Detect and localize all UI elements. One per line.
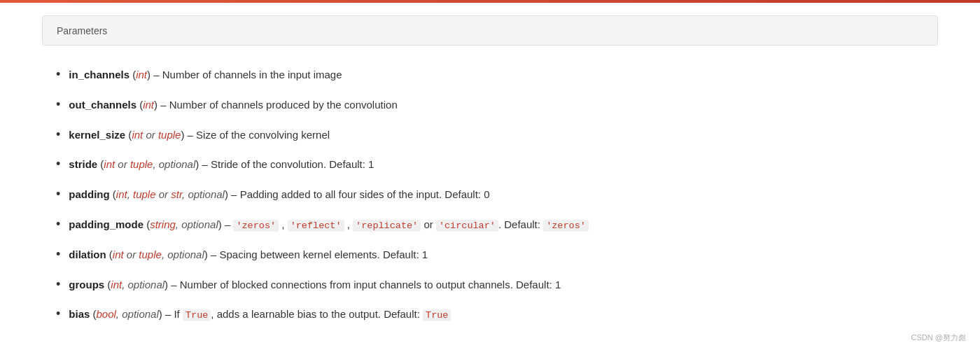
param-code: 'circular' <box>436 220 498 232</box>
param-type-connector: , <box>176 218 181 230</box>
param-content: kernel_size (int or tuple) – Size of the… <box>69 127 938 144</box>
params-list: •in_channels (int) – Number of channels … <box>56 59 938 329</box>
param-type-connector: optional <box>122 308 159 320</box>
param-desc: – Number of blocked connections from inp… <box>168 279 561 290</box>
param-type-connector: , <box>127 188 133 200</box>
bullet-icon: • <box>56 214 60 234</box>
param-code: 'replicate' <box>353 220 421 232</box>
param-content: padding (int, tuple or str, optional) – … <box>69 186 938 203</box>
param-type: int <box>132 129 143 141</box>
bullet-icon: • <box>56 244 60 265</box>
param-default-code: True <box>423 309 451 321</box>
param-content: padding_mode (string, optional) – 'zeros… <box>69 216 938 234</box>
param-type: int <box>143 99 154 111</box>
param-content: bias (bool, optional) – If True, adds a … <box>69 306 938 323</box>
param-type: tuple <box>130 158 153 170</box>
param-name: kernel_size <box>69 129 125 141</box>
param-separator: , <box>279 218 288 230</box>
param-desc-before: – If <box>162 308 183 320</box>
bullet-icon: • <box>56 304 60 324</box>
param-content: stride (int or tuple, optional) – Stride… <box>69 156 938 173</box>
param-code: 'zeros' <box>233 220 279 232</box>
param-content: groups (int, optional) – Number of block… <box>69 276 938 293</box>
param-name: padding <box>69 188 109 200</box>
list-item: •stride (int or tuple, optional) – Strid… <box>56 149 938 179</box>
list-item: •padding_mode (string, optional) – 'zero… <box>56 209 938 239</box>
param-name: out_channels <box>69 99 136 111</box>
param-type-connector: optional <box>181 218 218 230</box>
param-type: int <box>113 248 124 260</box>
param-desc-before: – <box>222 218 234 230</box>
param-type: string <box>150 218 176 230</box>
param-type: int <box>104 158 115 170</box>
parameters-label: Parameters <box>57 25 107 36</box>
param-type: int <box>136 69 147 80</box>
param-content: dilation (int or tuple, optional) – Spac… <box>69 246 938 263</box>
bullet-icon: • <box>56 125 60 145</box>
bullet-icon: • <box>56 94 60 115</box>
list-item: •kernel_size (int or tuple) – Size of th… <box>56 120 938 150</box>
param-type-connector: optional <box>128 279 165 290</box>
param-type: int <box>111 279 122 290</box>
param-type-connector: optional <box>159 158 196 170</box>
list-item: •bias (bool, optional) – If True, adds a… <box>56 299 938 329</box>
list-item: •padding (int, tuple or str, optional) –… <box>56 179 938 209</box>
param-type-connector: , <box>116 308 122 320</box>
bullet-icon: • <box>56 184 60 204</box>
param-type-connector: or <box>156 188 172 200</box>
param-type-connector: or <box>124 248 139 260</box>
param-content: in_channels (int) – Number of channels i… <box>69 66 938 83</box>
param-name: in_channels <box>69 69 130 80</box>
list-item: •dilation (int or tuple, optional) – Spa… <box>56 239 938 270</box>
param-desc-after: . Default: <box>498 218 543 230</box>
param-name: dilation <box>69 248 106 260</box>
list-item: •groups (int, optional) – Number of bloc… <box>56 270 938 300</box>
list-item: •in_channels (int) – Number of channels … <box>56 59 938 90</box>
param-name: padding_mode <box>69 218 144 230</box>
bullet-icon: • <box>56 274 60 295</box>
main-container: Parameters •in_channels (int) – Number o… <box>0 15 980 329</box>
param-separator: , <box>344 218 354 230</box>
parameters-box: Parameters <box>42 15 938 46</box>
param-type-connector: optional <box>167 248 204 260</box>
param-desc: – Spacing between kernel elements. Defau… <box>208 248 428 260</box>
list-item: •out_channels (int) – Number of channels… <box>56 90 938 120</box>
param-type: tuple <box>139 248 162 260</box>
param-desc: – Number of channels produced by the con… <box>158 99 398 111</box>
param-desc: – Size of the convolving kernel <box>184 129 330 141</box>
param-type: str <box>171 188 182 200</box>
param-desc-after: , adds a learnable bias to the output. D… <box>211 308 423 320</box>
param-type-connector: or <box>143 129 158 141</box>
bullet-icon: • <box>56 154 60 174</box>
param-separator: or <box>421 218 436 230</box>
watermark: CSDN @努力彪 <box>911 332 966 343</box>
param-default-code: 'zeros' <box>543 220 589 232</box>
param-name: groups <box>69 279 104 290</box>
param-inline-code: True <box>183 309 211 321</box>
param-type: int <box>116 188 127 200</box>
param-type: tuple <box>133 188 156 200</box>
param-type: tuple <box>158 129 181 141</box>
param-type-connector: optional <box>188 188 225 200</box>
param-type-connector: or <box>115 158 130 170</box>
param-desc: – Number of channels in the input image <box>150 69 342 80</box>
param-desc: – Stride of the convolution. Default: 1 <box>199 158 374 170</box>
param-type: bool <box>97 308 116 320</box>
param-desc: – Padding added to all four sides of the… <box>228 188 490 200</box>
param-type-connector: , <box>122 279 127 290</box>
param-type-connector: , <box>162 248 167 260</box>
top-border <box>0 0 980 3</box>
bullet-icon: • <box>56 64 60 85</box>
param-name: bias <box>69 308 90 320</box>
param-name: stride <box>69 158 97 170</box>
param-content: out_channels (int) – Number of channels … <box>69 97 938 113</box>
param-type-connector: , <box>153 158 158 170</box>
param-code: 'reflect' <box>288 220 344 232</box>
